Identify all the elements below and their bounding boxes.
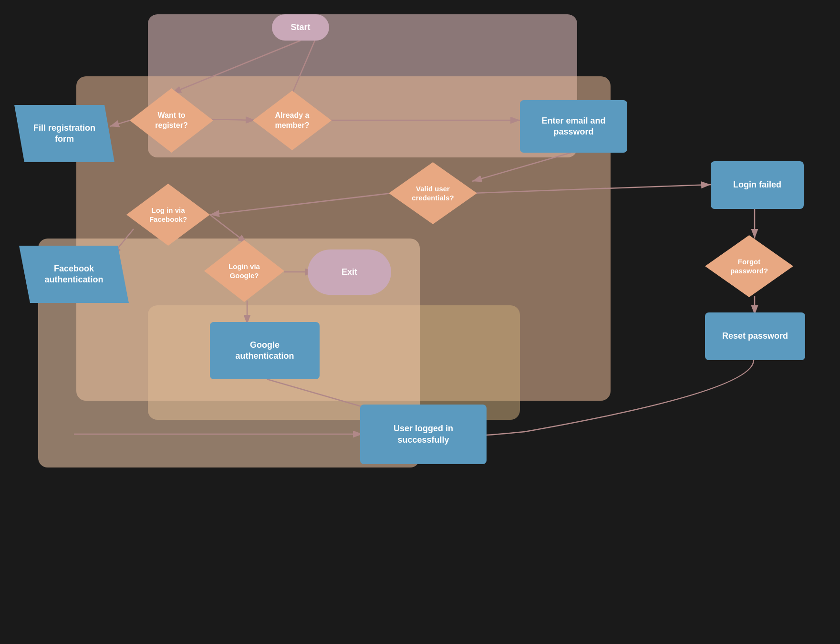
want-to-register-label: Want toregister?	[155, 111, 187, 131]
exit-node: Exit	[308, 249, 391, 295]
login-failed-node: Login failed	[711, 161, 804, 209]
forgot-password-label: Forgotpassword?	[730, 257, 768, 276]
exit-label: Exit	[342, 267, 357, 278]
login-via-facebook-label: Log in viaFacebook?	[149, 206, 187, 224]
google-auth-node: Googleauthentication	[210, 322, 320, 379]
enter-email-password-node: Enter email andpassword	[520, 100, 627, 153]
facebook-auth-label: Facebookauthentication	[44, 263, 103, 286]
enter-email-password-label: Enter email andpassword	[541, 115, 605, 138]
fill-registration-node: Fill registrationform	[14, 105, 114, 162]
login-via-google-label: Login viaGoogle?	[228, 262, 260, 280]
start-node: Start	[272, 14, 329, 41]
google-auth-label: Googleauthentication	[235, 340, 294, 362]
reset-password-node: Reset password	[705, 312, 805, 360]
flowchart-canvas: Start Fill registrationform Want toregis…	[0, 0, 840, 644]
user-logged-in-node: User logged insuccessfully	[360, 405, 487, 464]
valid-credentials-label: Valid usercredentials?	[412, 184, 454, 203]
login-failed-label: Login failed	[733, 179, 781, 190]
forgot-password-node: Forgotpassword?	[705, 235, 793, 297]
facebook-auth-node: Facebookauthentication	[19, 246, 129, 303]
user-logged-in-label: User logged insuccessfully	[394, 423, 453, 446]
already-member-label: Already amember?	[275, 111, 309, 131]
reset-password-label: Reset password	[722, 331, 788, 342]
start-label: Start	[290, 22, 310, 33]
fill-registration-label: Fill registrationform	[33, 123, 95, 145]
